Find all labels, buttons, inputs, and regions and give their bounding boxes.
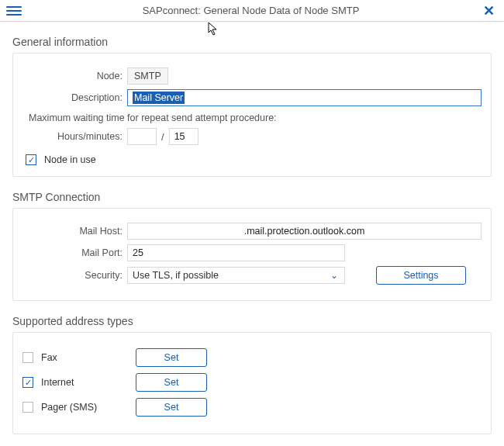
mail-host-label: Mail Host: bbox=[22, 226, 127, 237]
internet-checkbox[interactable]: ✓ bbox=[22, 377, 33, 388]
node-label: Node: bbox=[22, 71, 127, 81]
internet-label: Internet bbox=[41, 377, 112, 388]
fax-label: Fax bbox=[41, 352, 112, 363]
hours-input[interactable] bbox=[127, 128, 157, 145]
waiting-time-note: Maximum waiting time for repeat send att… bbox=[29, 112, 482, 123]
general-info-title: General information bbox=[12, 36, 492, 48]
fax-checkbox[interactable]: ✓ bbox=[22, 352, 33, 363]
settings-button[interactable]: Settings bbox=[376, 266, 466, 285]
security-select-value: Use TLS, if possible bbox=[133, 270, 219, 281]
titlebar: SAPconnect: General Node Data of Node SM… bbox=[0, 0, 504, 22]
node-value: SMTP bbox=[127, 67, 168, 85]
address-type-row: ✓ Fax Set bbox=[22, 348, 482, 367]
supported-address-types-title: Supported address types bbox=[12, 315, 492, 327]
node-in-use-checkbox[interactable]: ✓ bbox=[26, 154, 36, 165]
hours-minutes-label: Hours/minutes: bbox=[22, 131, 127, 142]
smtp-connection-group: Mail Host: Mail Port: Security: Use TLS,… bbox=[12, 208, 492, 301]
security-label: Security: bbox=[22, 270, 127, 281]
address-type-row: ✓ Pager (SMS) Set bbox=[22, 398, 482, 417]
hamburger-menu-icon[interactable] bbox=[6, 6, 22, 16]
smtp-connection-title: SMTP Connection bbox=[12, 191, 492, 203]
window-title: SAPconnect: General Node Data of Node SM… bbox=[22, 5, 480, 16]
pager-label: Pager (SMS) bbox=[41, 402, 112, 413]
supported-address-types-group: ✓ Fax Set ✓ Internet Set ✓ Pager (SMS) S… bbox=[12, 332, 492, 434]
mail-host-input[interactable] bbox=[127, 223, 482, 240]
mail-port-label: Mail Port: bbox=[22, 247, 127, 258]
pager-set-button[interactable]: Set bbox=[136, 398, 207, 417]
cursor-pointer-icon bbox=[208, 22, 220, 37]
node-in-use-label: Node in use bbox=[44, 154, 96, 165]
general-info-group: Node: SMTP Description: Mail Server Maxi… bbox=[12, 53, 492, 177]
time-separator: / bbox=[161, 131, 164, 143]
security-select[interactable]: Use TLS, if possible ⌄ bbox=[127, 267, 345, 284]
close-icon[interactable]: ✕ bbox=[480, 2, 498, 19]
pager-checkbox[interactable]: ✓ bbox=[22, 402, 33, 413]
mail-port-input[interactable] bbox=[127, 244, 345, 261]
address-type-row: ✓ Internet Set bbox=[22, 373, 482, 392]
description-label: Description: bbox=[22, 92, 127, 103]
internet-set-button[interactable]: Set bbox=[136, 373, 207, 392]
minutes-input[interactable] bbox=[169, 128, 198, 145]
fax-set-button[interactable]: Set bbox=[136, 348, 207, 367]
description-input[interactable]: Mail Server bbox=[127, 89, 482, 106]
chevron-down-icon: ⌄ bbox=[330, 270, 338, 281]
